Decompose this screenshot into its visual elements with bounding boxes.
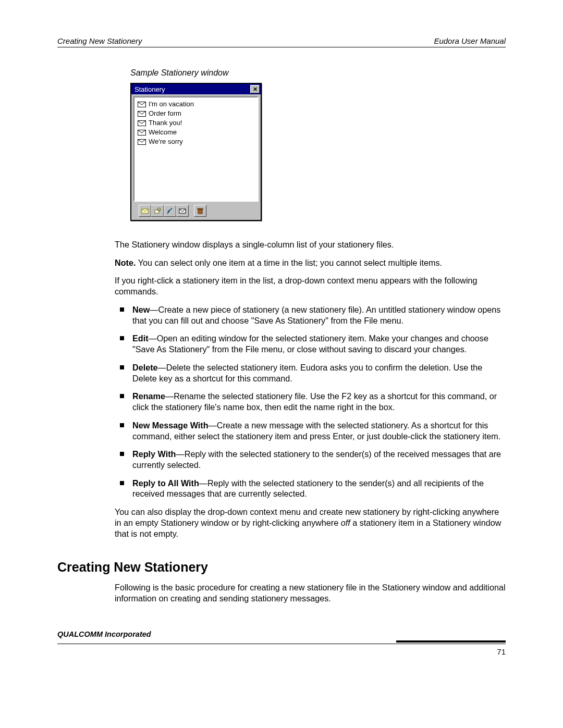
list-item-label: I'm on vacation [149,100,194,109]
command-desc: —Reply with the selected stationery to t… [132,449,501,470]
command-term: Delete [132,363,158,372]
command-desc: —Rename the selected stationery file. Us… [132,391,497,412]
header-left: Creating New Stationery [57,36,142,45]
header-right: Eudora User Manual [434,36,506,45]
reply-icon[interactable] [164,205,176,217]
section-heading-creating-new-stationery: Creating New Stationery [57,560,506,575]
new-message-icon[interactable] [139,205,151,217]
note-paragraph: Note. You can select only one item at a … [115,257,506,268]
command-desc: —Open an editing window for the selected… [132,334,488,354]
window-titlebar: Stationery ✕ [131,84,261,94]
footer-company: QUALCOMM Incorporated [57,630,506,638]
window-title: Stationery [134,85,165,93]
command-item: Delete—Delete the selected stationery it… [115,362,506,384]
svg-rect-6 [155,210,159,213]
command-item: Edit—Open an editing window for the sele… [115,333,506,354]
close-icon[interactable]: ✕ [250,85,260,93]
list-item-label: We're sorry [149,137,183,146]
command-item: Rename—Rename the selected stationery fi… [115,391,506,412]
paragraph: You can also display the drop-down conte… [115,507,506,539]
stationery-window: Stationery ✕ I'm on vacation O [130,83,262,221]
command-item: Reply With—Reply with the selected stati… [115,449,506,470]
list-item-label: Welcome [149,128,177,137]
list-item[interactable]: Welcome [138,128,254,137]
figure-caption: Sample Stationery window [130,68,506,78]
command-item: New—Create a new piece of stationery (a … [115,304,506,326]
stationery-file-icon [138,101,146,108]
delete-icon[interactable] [194,205,206,217]
paragraph: If you right-click a stationery item in … [115,275,506,297]
stationery-file-icon [138,129,146,136]
command-desc: —Delete the selected stationery item. Eu… [132,363,482,383]
list-item[interactable]: Order form [138,109,254,118]
command-list: New—Create a new piece of stationery (a … [115,304,506,499]
list-item[interactable]: Thank you! [138,118,254,128]
stationery-file-icon [138,139,146,145]
command-term: Edit [132,334,149,343]
note-text: You can select only one item at a time i… [136,258,442,267]
list-item[interactable]: We're sorry [138,137,254,146]
body-content: The Stationery window displays a single-… [115,239,506,539]
command-term: Rename [132,391,165,401]
command-term: Reply With [132,449,176,459]
list-item-label: Thank you! [149,118,182,128]
list-item-label: Order form [149,109,181,118]
emphasis-off: off [341,518,350,527]
command-term: Reply to All With [132,478,199,488]
page-number: 71 [57,647,506,656]
stationery-toolbar [131,204,261,220]
stationery-list[interactable]: I'm on vacation Order form Thank you! [133,96,259,202]
command-term: New Message With [132,421,209,430]
stationery-file-icon [138,110,146,117]
svg-rect-10 [198,208,203,209]
command-desc: —Create a new piece of stationery (a new… [132,305,500,325]
paragraph: The Stationery window displays a single-… [115,239,506,250]
running-header: Creating New Stationery Eudora User Manu… [57,36,506,47]
command-term: New [132,305,150,314]
command-item: New Message With—Create a new message wi… [115,420,506,441]
note-label: Note. [115,258,136,267]
new-stationery-icon[interactable] [176,205,189,217]
paragraph: Following is the basic procedure for cre… [115,582,506,603]
stationery-file-icon [138,120,146,127]
edit-icon[interactable] [151,205,164,217]
manual-page: Creating New Stationery Eudora User Manu… [0,0,563,687]
body-content: Following is the basic procedure for cre… [115,582,506,603]
list-item[interactable]: I'm on vacation [138,100,254,109]
command-item: Reply to All With—Reply with the selecte… [115,478,506,499]
svg-rect-9 [198,209,202,214]
stationery-window-figure: Stationery ✕ I'm on vacation O [130,83,506,221]
footer-rule: 71 [57,640,506,656]
